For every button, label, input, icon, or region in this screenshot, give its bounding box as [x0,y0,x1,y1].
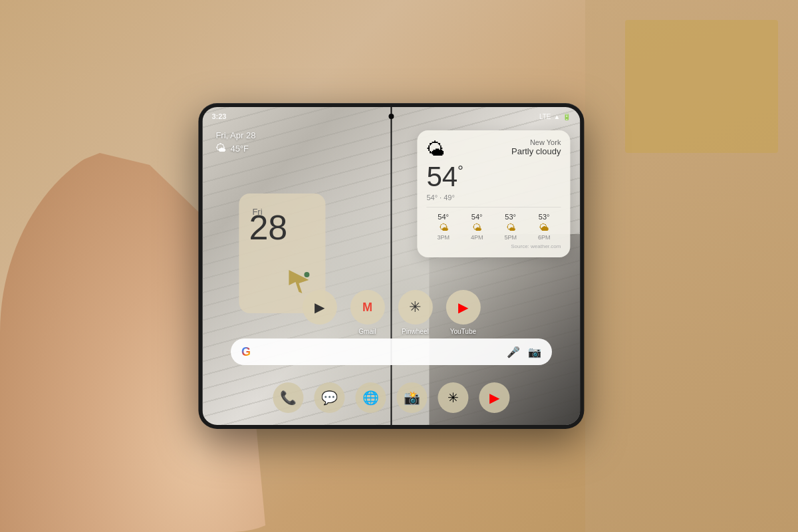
forecast-4pm: 54° 🌤 4PM [460,213,494,241]
temp-unit: ° [458,163,464,180]
app-icon-youtube[interactable]: ▶ YouTube [446,290,480,335]
lte-icon: LTE [539,113,551,120]
date-text: Fri, Apr 28 [215,130,255,140]
forecast-icon-5pm: 🌤 [493,222,527,233]
status-icons: LTE ▲ 🔋 [539,113,571,120]
youtube-label: YouTube [450,328,476,335]
forecast-6pm: 53° 🌥 6PM [527,213,561,241]
phone-body: 3:23 LTE ▲ 🔋 Fri, Apr 28 🌤 45°F Fri [198,103,584,429]
cal-day-number: 28 [249,210,287,245]
chrome-icon: 🌐 [362,390,379,406]
gmail-label: Gmail [358,328,376,335]
dock-youtube-icon: ▶ [489,390,499,406]
playstore-icon: ▶ [315,299,325,315]
pinwheel-label: Pinwheel [402,328,429,335]
weather-top: 🌤 New York Partly cloudy [426,138,561,160]
playstore-icon-bg: ▶ [302,290,336,325]
lens-icon[interactable]: 📷 [528,346,541,358]
signal-icon: ▲ [553,113,560,120]
right-wall [585,0,798,532]
dock-camera[interactable]: 📸 [396,382,427,413]
cork-board [625,20,778,153]
forecast-icon-6pm: 🌥 [527,222,561,233]
messages-icon: 💬 [321,390,338,406]
google-g: G [241,345,251,359]
phone-icon: 📞 [280,390,297,406]
weather-icon-main: 🌤 [426,138,445,160]
temp-text: 45°F [230,144,249,154]
weather-city: New York [511,138,561,146]
app-icon-pinwheel[interactable]: ✳ Pinwheel [398,290,432,335]
battery-icon: 🔋 [563,113,571,120]
dock-pinwheel[interactable]: ✳ [438,382,468,413]
youtube-icon: ▶ [458,299,468,315]
weather-widget[interactable]: 🌤 New York Partly cloudy 54° 54° · 49° 5… [417,130,570,257]
svg-point-1 [304,272,309,277]
dock-pinwheel-icon: ✳ [448,390,459,406]
gmail-icon: M [362,301,372,315]
dock-chrome[interactable]: 🌐 [355,382,386,413]
front-camera [388,114,394,119]
pixel-fold-phone: 3:23 LTE ▲ 🔋 Fri, Apr 28 🌤 45°F Fri [198,103,584,429]
mic-icon[interactable]: 🎤 [507,346,520,358]
dock-messages[interactable]: 💬 [314,382,344,413]
pinwheel-icon: ✳ [409,299,421,316]
youtube-icon-bg: ▶ [446,290,480,325]
forecast-icon-4pm: 🌤 [460,222,494,233]
gmail-icon-bg: M [350,290,384,325]
weather-range: 54° · 49° [426,194,561,201]
dock: 📞 💬 🌐 📸 ✳ ▶ [273,382,509,413]
small-weather-icon: 🌤 [215,142,226,154]
weather-temp: 54° [426,163,561,191]
app-icon-gmail[interactable]: M Gmail [350,290,384,335]
forecast-3pm: 54° 🌤 3PM [426,213,460,241]
pinwheel-icon-bg: ✳ [398,290,432,325]
phone-screen[interactable]: 3:23 LTE ▲ 🔋 Fri, Apr 28 🌤 45°F Fri [202,107,580,425]
app-icons-row: ▶ M Gmail ✳ Pinwheel [221,290,561,335]
weather-forecast: 54° 🌤 3PM 54° 🌤 4PM 53° 🌤 5PM [426,207,561,241]
weather-city-info: New York Partly cloudy [511,138,561,156]
weather-source: Source: weather.com [426,243,561,249]
app-icon-playstore[interactable]: ▶ [302,290,336,335]
search-bar[interactable]: G 🎤 📷 [231,338,552,365]
weather-condition: Partly cloudy [511,146,561,156]
dock-phone[interactable]: 📞 [273,382,303,413]
search-action-icons: 🎤 📷 [507,346,541,358]
status-time: 3:23 [211,112,226,120]
dock-youtube[interactable]: ▶ [479,382,509,413]
forecast-5pm: 53° 🌤 5PM [493,213,527,241]
forecast-icon-3pm: 🌤 [426,222,460,233]
date-widget: Fri, Apr 28 🌤 45°F [215,130,255,154]
camera-icon: 📸 [404,390,420,406]
